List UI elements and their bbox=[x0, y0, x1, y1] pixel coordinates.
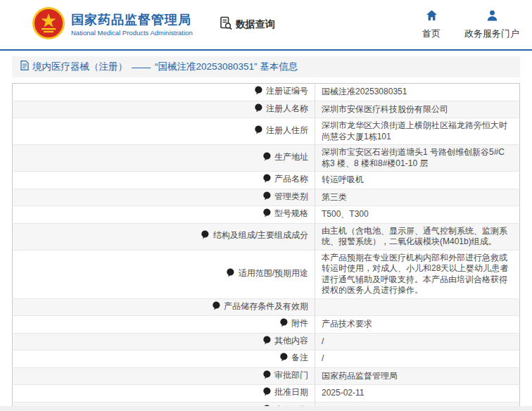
row-value: 国械注准20253080351 bbox=[322, 87, 407, 96]
note-balloon-icon bbox=[255, 103, 262, 116]
table-row: 管理类别 第三类 bbox=[13, 189, 520, 206]
document-icon bbox=[20, 61, 32, 73]
note-balloon-icon bbox=[255, 125, 262, 138]
note-balloon-icon bbox=[263, 370, 271, 383]
note-balloon-icon bbox=[201, 230, 209, 243]
site-subtitle: National Medical Products Administration bbox=[71, 29, 193, 37]
national-emblem-icon bbox=[32, 7, 65, 42]
row-value: T500、T300 bbox=[322, 209, 369, 219]
data-query-button[interactable]: 数据查询 bbox=[220, 16, 275, 33]
note-balloon-icon bbox=[263, 191, 271, 204]
row-label: 审批部门 bbox=[274, 370, 308, 380]
note-balloon-icon bbox=[263, 387, 271, 400]
note-balloon-icon bbox=[263, 174, 271, 186]
note-balloon-icon bbox=[263, 208, 271, 221]
table-row: 备注 / bbox=[13, 350, 520, 368]
registration-info-table: 注册证编号 国械注准20253080351 注册人名称 深圳市安保医疗科技股份有… bbox=[12, 83, 520, 411]
row-label: 注册证编号 bbox=[266, 86, 308, 96]
row-label: 附件 bbox=[291, 318, 308, 328]
table-row: 生产地址 深圳市宝安区石岩街道塘头1 号路创维创新谷5#C 栋3 楼、8 楼和8… bbox=[13, 145, 520, 172]
row-value: 深圳市安保医疗科技股份有限公司 bbox=[322, 104, 448, 114]
row-label: 型号规格 bbox=[274, 208, 308, 218]
nav-item-home-label: 首页 bbox=[422, 27, 441, 40]
row-label: 注册人名称 bbox=[266, 103, 308, 113]
row-label: 注册人住所 bbox=[266, 125, 308, 135]
page-footer-strip bbox=[0, 406, 532, 411]
note-balloon-icon bbox=[213, 301, 220, 314]
header-nav: 首页 政务服务门户 bbox=[422, 10, 519, 40]
table-row: 产品储存条件及有效期 bbox=[13, 298, 520, 316]
row-label: 产品储存条件及有效期 bbox=[224, 301, 308, 311]
site-title: 国家药品监督管理局 bbox=[71, 12, 193, 27]
home-icon bbox=[426, 10, 438, 24]
row-label: 其他内容 bbox=[274, 336, 308, 346]
row-value: 由主机（含电池、显示屏、通气控制系统、监测系统、报警系统），二氧化碳模块(M40… bbox=[322, 226, 507, 247]
row-value: 本产品预期在专业医疗机构内部和外部进行急救或转运时使用，对成人、小儿和28天以上… bbox=[322, 253, 508, 296]
note-balloon-icon bbox=[263, 336, 271, 348]
table-row: 产品名称 转运呼吸机 bbox=[13, 172, 520, 189]
note-balloon-icon bbox=[227, 268, 234, 281]
row-value: 深圳市宝安区石岩街道塘头1 号路创维创新谷5#C 栋3 楼、8 楼和8#楼01-… bbox=[322, 147, 505, 168]
table-row: 型号规格 T500、T300 bbox=[13, 206, 520, 224]
row-label: 结构及组成/主要组成成分 bbox=[213, 230, 308, 240]
nmpa-logo-link[interactable]: 国家药品监督管理局 National Medical Products Admi… bbox=[32, 7, 193, 42]
breadcrumb-section: 境内医疗器械（注册） bbox=[32, 61, 127, 73]
row-value: 深圳市龙华区大浪街道上横朗社区福龙路旁恒大时尚慧谷大厦1栋101 bbox=[322, 120, 507, 141]
table-row: 其他内容 / bbox=[13, 333, 520, 350]
row-value: 产品技术要求 bbox=[322, 319, 372, 329]
breadcrumb: 境内医疗器械（注册） —— “国械注准20253080351” 基本信息 bbox=[12, 56, 520, 77]
table-row: 注册证编号 国械注准20253080351 bbox=[13, 84, 520, 101]
site-header: 国家药品监督管理局 National Medical Products Admi… bbox=[0, 0, 532, 49]
table-row: 注册人名称 深圳市安保医疗科技股份有限公司 bbox=[13, 101, 520, 118]
row-label: 产品名称 bbox=[274, 174, 308, 184]
row-label: 管理类别 bbox=[274, 191, 308, 201]
row-label: 生产地址 bbox=[274, 152, 308, 162]
user-icon bbox=[486, 10, 498, 24]
document-search-icon bbox=[220, 16, 232, 33]
nav-item-home[interactable]: 首页 bbox=[422, 10, 441, 40]
table-row: 审批部门 国家药品监督管理局 bbox=[13, 367, 520, 385]
row-value: 国家药品监督管理局 bbox=[322, 371, 398, 381]
table-row: 附件 产品技术要求 bbox=[13, 316, 520, 334]
row-label: 批准日期 bbox=[274, 387, 308, 397]
note-balloon-icon bbox=[263, 152, 271, 165]
row-label: 适用范围/预期用途 bbox=[239, 268, 308, 278]
nav-item-portal-label: 政务服务门户 bbox=[464, 27, 519, 40]
table-row: 适用范围/预期用途 本产品预期在专业医疗机构内部和外部进行急救或转运时使用，对成… bbox=[13, 250, 520, 298]
row-value: 转运呼吸机 bbox=[322, 175, 364, 184]
breadcrumb-dash: —— bbox=[132, 62, 151, 72]
table-row: 注册人住所 深圳市龙华区大浪街道上横朗社区福龙路旁恒大时尚慧谷大厦1栋101 bbox=[13, 118, 520, 145]
row-value: / bbox=[322, 353, 324, 363]
row-value: / bbox=[322, 336, 324, 346]
page-title: “国械注准20253080351” 基本信息 bbox=[155, 61, 298, 73]
row-label: 备注 bbox=[291, 353, 308, 362]
table-row: 结构及组成/主要组成成分 由主机（含电池、显示屏、通气控制系统、监测系统、报警系… bbox=[13, 223, 520, 250]
row-value: 2025-02-11 bbox=[322, 388, 365, 398]
note-balloon-icon bbox=[280, 318, 288, 331]
note-balloon-icon bbox=[280, 353, 288, 365]
row-value: 第三类 bbox=[322, 192, 347, 202]
data-query-label: 数据查询 bbox=[236, 18, 275, 31]
info-table-body: 注册证编号 国械注准20253080351 注册人名称 深圳市安保医疗科技股份有… bbox=[13, 84, 520, 411]
nav-item-portal[interactable]: 政务服务门户 bbox=[464, 10, 519, 40]
note-balloon-icon bbox=[255, 86, 262, 99]
table-row: 批准日期 2025-02-11 bbox=[13, 385, 520, 403]
